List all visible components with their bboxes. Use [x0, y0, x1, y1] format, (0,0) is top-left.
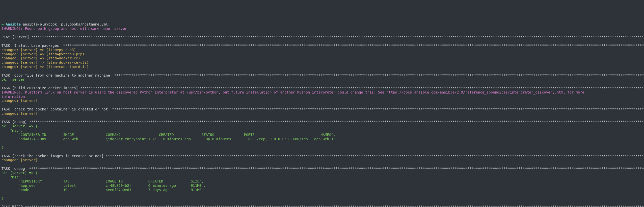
terminal-output[interactable]: → Ansible ansible-playbook playbooks/hos… [2, 22, 642, 207]
header-stars: ****************************************… [114, 73, 644, 77]
warning-line: information. [2, 95, 27, 99]
task-result-line: ok: [server] [2, 77, 27, 81]
blank-line [2, 31, 4, 35]
task-result-line: changed: [server] => (item=containerd.io… [2, 65, 89, 69]
debug-msg-line: "node 10 4ee0f07a0e63 7 days ago 911MB" [2, 188, 204, 192]
blank-line [2, 103, 4, 107]
blank-line [2, 82, 4, 86]
task-result-line: changed: [server] => (item=python3) [2, 48, 76, 52]
debug-close: } [2, 145, 4, 149]
task-header: TASK [debug] ***************************… [2, 167, 644, 171]
task-result-line: changed: [server] [2, 111, 38, 116]
debug-msg-line: "REPOSITORY TAG IMAGE ID CREATED SIZE", [2, 179, 204, 183]
blank-line [2, 39, 4, 43]
header-stars: ****************************************… [112, 107, 644, 111]
debug-open: ok: [server] => { [2, 124, 38, 128]
play-header: PLAY [server] **************************… [2, 35, 644, 39]
header-stars: ****************************************… [80, 86, 644, 90]
blank-line [2, 69, 4, 73]
debug-msg-line: "app_web latest cf48b8204b2f 6 minutes a… [2, 183, 206, 188]
blank-line [2, 150, 4, 154]
blank-line [2, 162, 4, 166]
task-result-line: changed: [server] [2, 99, 38, 103]
debug-close: } [2, 196, 4, 200]
blank-line [2, 116, 4, 120]
recap-header: PLAY RECAP *****************************… [2, 205, 644, 207]
debug-close: ] [2, 141, 12, 145]
debug-close: ] [2, 192, 12, 196]
blank-line [2, 200, 4, 204]
task-header: TASK [check the docker images is created… [2, 154, 644, 158]
prompt-dir: Ansible [6, 22, 21, 26]
prompt-line: → Ansible ansible-playbook playbooks/hos… [2, 22, 108, 26]
debug-open: ok: [server] => { [2, 171, 38, 175]
header-stars: ****************************************… [29, 120, 644, 124]
task-result-line: changed: [server] => (item=python3-pip) [2, 52, 85, 56]
header-stars: ****************************************… [25, 205, 644, 207]
task-header: TASK [debug] ***************************… [2, 120, 644, 124]
prompt-command: ansible-playbook playbooks/hostname.yml [21, 22, 108, 26]
task-header: TASK [build customize docker images] ***… [2, 86, 644, 90]
warning-line: [WARNING]: Found both group and host wit… [2, 27, 127, 31]
prompt-arrow: → [2, 22, 6, 26]
task-result-line: changed: [server] => (item=docker-ce) [2, 56, 80, 60]
debug-msg-line: "5d4d12407989 app_web \"docker-entrypoin… [2, 137, 335, 141]
header-stars: ****************************************… [31, 35, 644, 39]
task-header: TASK [Install base packages] ***********… [2, 43, 644, 48]
header-stars: ****************************************… [63, 43, 644, 48]
task-result-line: changed: [server] => (item=docker-ce-cli… [2, 60, 89, 64]
task-header: TASK [check the docker container is crea… [2, 107, 644, 111]
task-result-line: changed: [server] [2, 158, 38, 162]
debug-msg-key: "msg": [ [2, 128, 27, 132]
header-stars: ****************************************… [106, 154, 644, 158]
header-stars: ****************************************… [29, 167, 644, 171]
debug-msg-line: "CONTAINER ID IMAGE COMMAND CREATED STAT… [2, 133, 335, 137]
task-header: TASK [Copy file from one machine to anot… [2, 73, 644, 77]
warning-line: [WARNING]: Platform linux on host server… [2, 90, 584, 94]
debug-msg-key: "msg": [ [2, 175, 27, 179]
